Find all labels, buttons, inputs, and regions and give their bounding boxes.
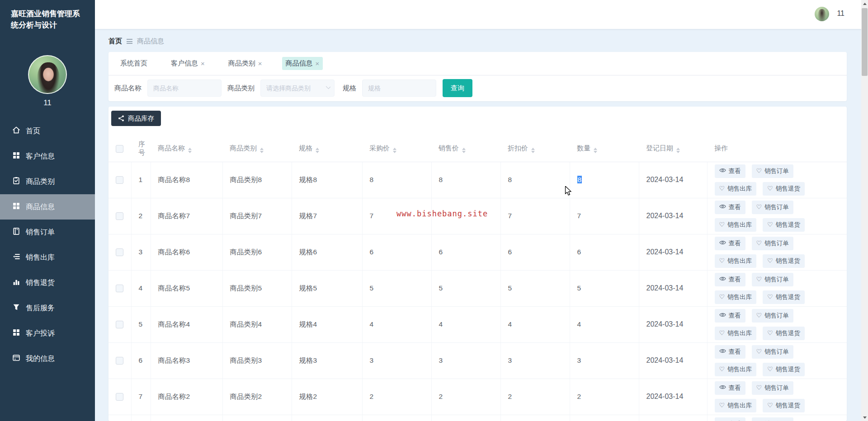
cell-sale: 8 (431, 162, 500, 198)
action-2-button[interactable]: ♡销售出库 (715, 363, 757, 376)
action-3-button[interactable]: ♡销售退货 (763, 254, 805, 268)
action-1-button[interactable]: ♡销售订单 (752, 309, 794, 323)
column-header[interactable]: 规格 (292, 136, 362, 162)
action-1-button[interactable]: ♡销售订单 (752, 201, 794, 214)
row-checkbox[interactable] (116, 285, 123, 292)
sidebar-item-label: 商品类别 (26, 177, 55, 187)
column-header[interactable]: 商品类别 (222, 136, 292, 162)
query-button[interactable]: 查询 (443, 79, 472, 97)
name-input[interactable] (147, 80, 222, 97)
cell-qty: 5 (570, 270, 639, 306)
action-2-button[interactable]: ♡销售出库 (715, 218, 757, 232)
sidebar-item-5[interactable]: 销售出库 (0, 245, 95, 270)
tab-0[interactable]: 系统首页 (117, 57, 151, 70)
sort-icon[interactable] (393, 148, 396, 153)
category-select[interactable] (260, 80, 335, 97)
action-3-button[interactable]: ♡销售退货 (763, 218, 805, 232)
sidebar-item-6[interactable]: 销售退货 (0, 270, 95, 295)
row-checkbox[interactable] (116, 393, 123, 401)
action-0-button[interactable]: 查看 (715, 237, 745, 250)
heart-icon: ♡ (767, 294, 773, 300)
action-2-button[interactable]: ♡销售出库 (715, 399, 757, 412)
scroll-up-icon[interactable] (861, 0, 868, 7)
sidebar-item-0[interactable]: 首页 (0, 118, 95, 144)
row-checkbox[interactable] (116, 357, 123, 365)
action-0-button[interactable]: 查看 (715, 345, 745, 359)
breadcrumb-home[interactable]: 首页 (108, 37, 122, 46)
row-checkbox[interactable] (116, 176, 123, 184)
sidebar-username: 11 (0, 98, 95, 108)
action-0-button[interactable]: 查看 (715, 201, 745, 214)
action-2-button[interactable]: ♡销售出库 (715, 254, 757, 268)
category-select-input[interactable] (260, 80, 335, 97)
share-icon (118, 115, 124, 122)
tab-2[interactable]: 商品类别× (225, 57, 266, 70)
action-1-button[interactable]: ♡销售订单 (752, 273, 794, 286)
column-header[interactable]: 登记日期 (639, 136, 707, 162)
cell-qty: 4 (570, 306, 639, 342)
sort-icon[interactable] (531, 148, 535, 153)
sidebar-item-1[interactable]: 客户信息 (0, 144, 95, 169)
scrollbar[interactable] (861, 0, 868, 421)
tab-1[interactable]: 客户信息× (167, 57, 208, 70)
sort-icon[interactable] (260, 148, 264, 153)
tab-3[interactable]: 商品信息× (282, 57, 323, 70)
scrollbar-thumb[interactable] (862, 8, 868, 76)
action-0-button[interactable]: 查看 (715, 273, 745, 286)
column-header[interactable]: 销售价 (431, 136, 500, 162)
action-0-button[interactable]: 查看 (715, 381, 745, 395)
breadcrumb: 首页 商品信息 (108, 37, 164, 46)
sort-icon[interactable] (676, 148, 680, 153)
search-form: 商品名称 商品类别 规格 查询 (108, 75, 847, 101)
sidebar-item-8[interactable]: 客户投诉 (0, 321, 95, 346)
sort-icon[interactable] (462, 148, 466, 153)
spec-input[interactable] (362, 80, 436, 97)
action-1-button[interactable]: ♡销售订单 (752, 381, 794, 395)
action-2-button[interactable]: ♡销售出库 (715, 327, 757, 340)
column-header[interactable]: 采购价 (362, 136, 431, 162)
action-3-button[interactable]: ♡销售退货 (763, 399, 805, 412)
select-all-checkbox[interactable] (116, 145, 123, 153)
cell-category: 商品类别7 (222, 198, 292, 234)
heart-icon: ♡ (719, 185, 725, 192)
close-icon[interactable]: × (316, 60, 320, 67)
avatar[interactable] (28, 55, 67, 94)
cell-spec: 规格4 (292, 306, 362, 342)
action-0-button[interactable]: 查看 (715, 417, 745, 421)
sidebar-item-7[interactable]: 售后服务 (0, 295, 95, 321)
action-3-button[interactable]: ♡销售退货 (763, 363, 805, 376)
sort-icon[interactable] (594, 148, 597, 153)
action-0-button[interactable]: 查看 (715, 164, 745, 178)
action-2-button[interactable]: ♡销售出库 (715, 182, 757, 196)
scroll-down-icon[interactable] (861, 414, 868, 421)
cell-index: 8 (131, 415, 151, 421)
column-header[interactable]: 数量 (570, 136, 639, 162)
row-checkbox[interactable] (116, 248, 123, 256)
sidebar-item-2[interactable]: 商品类别 (0, 169, 95, 194)
action-1-button[interactable]: ♡销售订单 (752, 417, 794, 421)
action-1-button[interactable]: ♡销售订单 (752, 237, 794, 250)
column-header[interactable]: 商品名称 (151, 136, 222, 162)
stock-button[interactable]: 商品库存 (111, 111, 161, 126)
row-checkbox[interactable] (116, 212, 123, 220)
cell-sale: 5 (431, 270, 500, 306)
action-3-button[interactable]: ♡销售退货 (763, 290, 805, 304)
sidebar-item-3[interactable]: 商品信息 (0, 194, 95, 220)
action-3-button[interactable]: ♡销售退货 (763, 182, 805, 196)
sort-icon[interactable] (188, 148, 192, 153)
action-1-button[interactable]: ♡销售订单 (752, 164, 794, 178)
action-2-button[interactable]: ♡销售出库 (715, 290, 757, 304)
cell-actions: 查看♡销售订单♡销售出库♡销售退货 (707, 306, 847, 342)
action-1-button[interactable]: ♡销售订单 (752, 345, 794, 359)
action-0-button[interactable]: 查看 (715, 309, 745, 323)
close-icon[interactable]: × (201, 60, 205, 67)
avatar[interactable] (815, 7, 829, 21)
column-header[interactable]: 折扣价 (500, 136, 570, 162)
action-3-button[interactable]: ♡销售退货 (763, 327, 805, 340)
sort-icon[interactable] (316, 148, 319, 153)
cell-index: 7 (131, 379, 151, 415)
row-checkbox[interactable] (116, 321, 123, 328)
sidebar-item-4[interactable]: 销售订单 (0, 220, 95, 245)
sidebar-item-9[interactable]: 我的信息 (0, 346, 95, 371)
close-icon[interactable]: × (258, 60, 262, 67)
